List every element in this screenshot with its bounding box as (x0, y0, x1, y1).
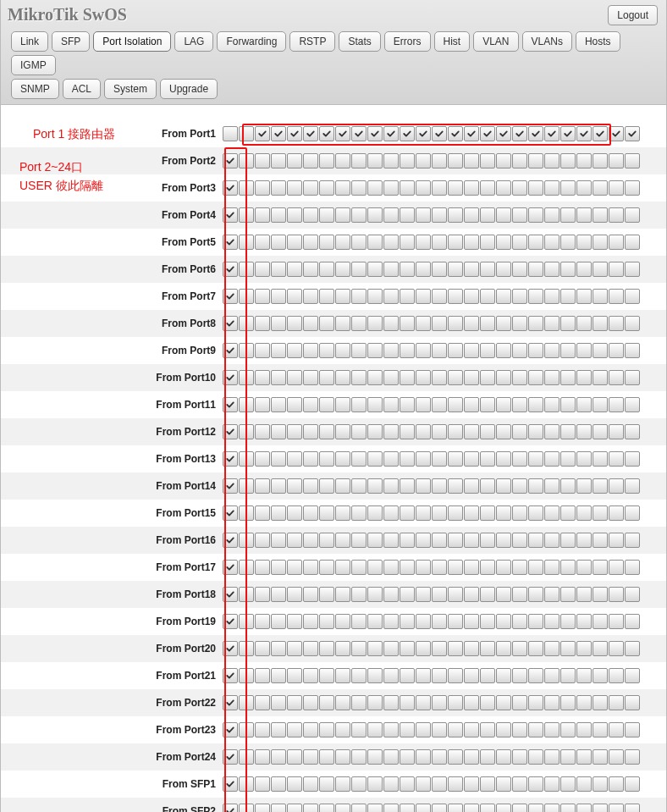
isolation-checkbox[interactable] (528, 262, 543, 277)
isolation-checkbox[interactable] (560, 343, 576, 358)
isolation-checkbox[interactable] (432, 397, 447, 412)
isolation-checkbox[interactable] (271, 424, 286, 439)
isolation-checkbox[interactable] (496, 505, 511, 521)
isolation-checkbox[interactable] (528, 370, 543, 385)
isolation-checkbox[interactable] (544, 478, 560, 494)
isolation-checkbox[interactable] (432, 370, 447, 385)
isolation-checkbox[interactable] (223, 397, 238, 412)
isolation-checkbox[interactable] (255, 262, 270, 277)
isolation-checkbox[interactable] (544, 668, 560, 683)
isolation-checkbox[interactable] (432, 180, 447, 196)
isolation-checkbox[interactable] (609, 776, 624, 792)
isolation-checkbox[interactable] (560, 695, 576, 710)
isolation-checkbox[interactable] (239, 370, 254, 385)
isolation-checkbox[interactable] (303, 235, 318, 250)
isolation-checkbox[interactable] (351, 451, 367, 467)
isolation-checkbox[interactable] (351, 641, 367, 656)
isolation-checkbox[interactable] (432, 153, 447, 168)
isolation-checkbox[interactable] (544, 533, 560, 548)
isolation-checkbox[interactable] (432, 451, 447, 467)
isolation-checkbox[interactable] (576, 695, 592, 710)
isolation-checkbox[interactable] (335, 180, 350, 196)
isolation-checkbox[interactable] (239, 749, 254, 765)
isolation-checkbox[interactable] (464, 370, 479, 385)
isolation-checkbox[interactable] (271, 180, 286, 196)
isolation-checkbox[interactable] (512, 533, 527, 548)
isolation-checkbox[interactable] (255, 289, 270, 304)
isolation-checkbox[interactable] (239, 289, 254, 304)
isolation-checkbox[interactable] (255, 804, 270, 812)
isolation-checkbox[interactable] (560, 776, 576, 792)
isolation-checkbox[interactable] (528, 668, 543, 683)
isolation-checkbox[interactable] (287, 749, 302, 765)
isolation-checkbox[interactable] (271, 776, 286, 792)
isolation-checkbox[interactable] (271, 533, 286, 548)
isolation-checkbox[interactable] (351, 207, 367, 223)
isolation-checkbox[interactable] (287, 478, 302, 494)
isolation-checkbox[interactable] (239, 180, 254, 196)
isolation-checkbox[interactable] (609, 695, 624, 710)
isolation-checkbox[interactable] (351, 289, 367, 304)
isolation-checkbox[interactable] (416, 451, 431, 467)
isolation-checkbox[interactable] (544, 289, 560, 304)
isolation-checkbox[interactable] (480, 316, 495, 331)
isolation-checkbox[interactable] (351, 316, 367, 331)
isolation-checkbox[interactable] (609, 126, 624, 141)
isolation-checkbox[interactable] (576, 397, 592, 412)
isolation-checkbox[interactable] (464, 587, 479, 602)
isolation-checkbox[interactable] (432, 126, 447, 141)
isolation-checkbox[interactable] (560, 722, 576, 737)
isolation-checkbox[interactable] (271, 126, 286, 141)
isolation-checkbox[interactable] (448, 641, 463, 656)
isolation-checkbox[interactable] (625, 180, 640, 196)
isolation-checkbox[interactable] (593, 235, 608, 250)
isolation-checkbox[interactable] (432, 505, 447, 521)
isolation-checkbox[interactable] (239, 262, 254, 277)
isolation-checkbox[interactable] (464, 478, 479, 494)
isolation-checkbox[interactable] (367, 587, 383, 602)
isolation-checkbox[interactable] (560, 478, 576, 494)
isolation-checkbox[interactable] (593, 370, 608, 385)
isolation-checkbox[interactable] (496, 776, 511, 792)
isolation-checkbox[interactable] (544, 804, 560, 812)
isolation-checkbox[interactable] (335, 614, 350, 629)
isolation-checkbox[interactable] (560, 126, 576, 141)
isolation-checkbox[interactable] (255, 424, 270, 439)
isolation-checkbox[interactable] (528, 587, 543, 602)
isolation-checkbox[interactable] (576, 560, 592, 575)
isolation-checkbox[interactable] (480, 343, 495, 358)
isolation-checkbox[interactable] (576, 262, 592, 277)
isolation-checkbox[interactable] (319, 153, 334, 168)
isolation-checkbox[interactable] (432, 235, 447, 250)
isolation-checkbox[interactable] (383, 560, 399, 575)
tab-upgrade[interactable]: Upgrade (160, 79, 218, 99)
isolation-checkbox[interactable] (335, 397, 350, 412)
isolation-checkbox[interactable] (448, 289, 463, 304)
isolation-checkbox[interactable] (335, 370, 350, 385)
isolation-checkbox[interactable] (335, 289, 350, 304)
isolation-checkbox[interactable] (319, 776, 334, 792)
isolation-checkbox[interactable] (303, 614, 318, 629)
isolation-checkbox[interactable] (223, 587, 238, 602)
isolation-checkbox[interactable] (303, 533, 318, 548)
isolation-checkbox[interactable] (560, 207, 576, 223)
isolation-checkbox[interactable] (400, 668, 415, 683)
isolation-checkbox[interactable] (480, 749, 495, 765)
isolation-checkbox[interactable] (255, 749, 270, 765)
isolation-checkbox[interactable] (496, 749, 511, 765)
isolation-checkbox[interactable] (287, 397, 302, 412)
isolation-checkbox[interactable] (609, 533, 624, 548)
isolation-checkbox[interactable] (255, 180, 270, 196)
isolation-checkbox[interactable] (239, 695, 254, 710)
isolation-checkbox[interactable] (400, 533, 415, 548)
isolation-checkbox[interactable] (480, 641, 495, 656)
isolation-checkbox[interactable] (576, 722, 592, 737)
isolation-checkbox[interactable] (367, 289, 383, 304)
isolation-checkbox[interactable] (416, 397, 431, 412)
isolation-checkbox[interactable] (383, 614, 399, 629)
isolation-checkbox[interactable] (351, 533, 367, 548)
isolation-checkbox[interactable] (416, 153, 431, 168)
isolation-checkbox[interactable] (576, 451, 592, 467)
isolation-checkbox[interactable] (544, 641, 560, 656)
isolation-checkbox[interactable] (383, 776, 399, 792)
